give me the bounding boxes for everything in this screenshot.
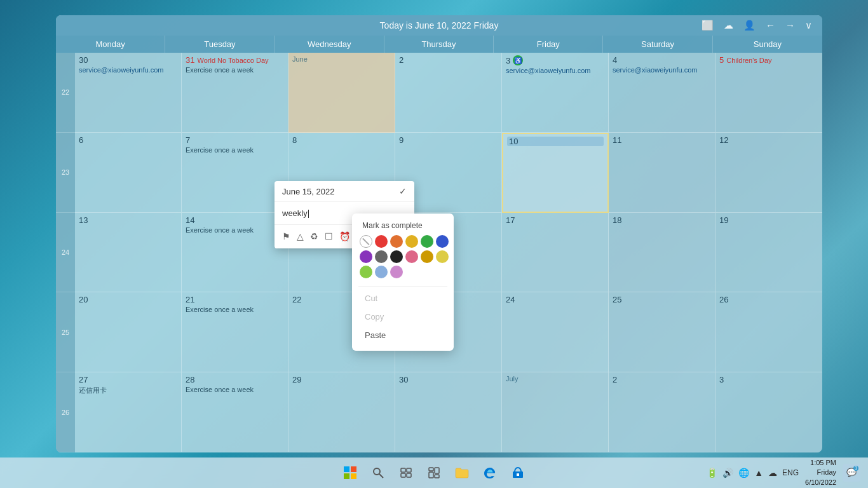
search-button[interactable]	[365, 460, 391, 485]
cell-june18[interactable]: 18	[609, 213, 715, 293]
cell-june5[interactable]: 5 Children's Day	[715, 53, 822, 133]
cell-july2[interactable]: 2	[609, 372, 715, 452]
ctx-paste[interactable]: Paste	[358, 326, 447, 344]
day-friday: Friday	[494, 36, 603, 53]
date-june1: June	[292, 55, 391, 63]
svg-rect-6	[401, 468, 405, 472]
color-light-yellow[interactable]	[436, 250, 449, 263]
svg-rect-1	[351, 466, 356, 472]
svg-rect-15	[517, 473, 519, 476]
date-june24: 24	[506, 295, 604, 304]
triangle-icon[interactable]: △	[297, 231, 304, 241]
volume-icon[interactable]: 🔊	[722, 468, 733, 478]
edge-button[interactable]	[477, 460, 503, 485]
forward-icon[interactable]: →	[785, 20, 795, 31]
cell-july1[interactable]: July	[502, 372, 609, 452]
date-june21: 21	[186, 295, 284, 304]
cell-june3[interactable]: 3 ♿ service@xiaoweiyunfu.com	[502, 53, 609, 133]
date-june14: 14	[186, 215, 284, 225]
taskview-button[interactable]	[393, 460, 419, 485]
checkbox-icon[interactable]: ☐	[325, 231, 333, 241]
color-light-blue[interactable]	[375, 266, 388, 278]
cell-june12[interactable]: 12	[715, 133, 822, 213]
cell-june30[interactable]: 30	[395, 372, 502, 452]
lang-label[interactable]: ENG	[782, 468, 799, 477]
svg-rect-8	[401, 473, 405, 477]
color-green[interactable]	[421, 235, 433, 248]
date-june4: 4	[613, 55, 711, 65]
flag-icon[interactable]: ⚑	[282, 231, 290, 241]
cell-may30[interactable]: 30 service@xiaoweiyunfu.com	[75, 53, 182, 133]
color-pink[interactable]	[405, 250, 418, 263]
day-saturday: Saturday	[603, 36, 712, 53]
cell-june27[interactable]: 27 还信用卡	[75, 372, 182, 452]
color-black[interactable]	[390, 250, 403, 263]
cell-june21[interactable]: 21 Exercise once a week	[182, 292, 288, 372]
date-june9: 9	[399, 135, 498, 145]
popup-confirm-icon[interactable]: ✓	[399, 186, 407, 196]
cell-june2[interactable]: 2	[395, 53, 502, 133]
svg-rect-0	[344, 466, 349, 472]
color-none[interactable]	[360, 235, 372, 248]
back-icon[interactable]: ←	[766, 20, 775, 31]
cell-june19[interactable]: 19	[715, 213, 822, 293]
color-purple[interactable]	[360, 250, 372, 263]
svg-rect-9	[407, 473, 411, 477]
ctx-cut: Cut	[358, 289, 447, 308]
cell-june28[interactable]: 28 Exercise once a week	[182, 372, 288, 452]
date-june30: 30	[399, 375, 498, 384]
color-red[interactable]	[375, 235, 388, 248]
days-header: Monday Tuesday Wednesday Thursday Friday…	[56, 36, 822, 53]
popup-date: June 15, 2022	[282, 187, 334, 196]
person-icon[interactable]: 👤	[743, 20, 756, 31]
date-may30: 30	[79, 55, 177, 65]
store-button[interactable]	[505, 460, 531, 485]
cell-june4[interactable]: 4 service@xiaoweiyunfu.com	[609, 53, 715, 133]
cell-june24[interactable]: 24	[502, 292, 609, 372]
event-exercise-june14: Exercise once a week	[186, 226, 284, 234]
color-yellow[interactable]	[405, 235, 418, 248]
date-june18: 18	[613, 215, 711, 225]
color-orange[interactable]	[390, 235, 403, 248]
cell-june17[interactable]: 17	[502, 213, 609, 293]
chevron-down-icon[interactable]: ∨	[805, 20, 812, 31]
color-light-purple[interactable]	[390, 266, 403, 278]
event-exercise-june7: Exercise once a week	[186, 146, 284, 154]
color-gray[interactable]	[375, 250, 388, 263]
cell-june14[interactable]: 14 Exercise once a week	[182, 213, 288, 293]
cell-june20[interactable]: 20	[75, 292, 182, 372]
widgets-button[interactable]	[421, 460, 447, 485]
day-thursday: Thursday	[384, 36, 494, 53]
notification-button[interactable]: 💬 3	[843, 464, 860, 482]
clock-day: Friday	[805, 468, 836, 477]
color-blue[interactable]	[436, 235, 449, 248]
cell-june13[interactable]: 13	[75, 213, 182, 293]
cell-july3[interactable]: 3	[715, 372, 822, 452]
cloud-icon[interactable]: ☁	[724, 20, 733, 31]
cell-june1[interactable]: June	[288, 53, 395, 133]
cell-may31[interactable]: 31 World No Tobacco Day Exercise once a …	[182, 53, 288, 133]
popup-header: June 15, 2022 ✓	[275, 181, 414, 202]
cell-june26[interactable]: 26	[715, 292, 822, 372]
start-button[interactable]	[337, 460, 363, 485]
color-light-green[interactable]	[360, 266, 372, 278]
cell-june29[interactable]: 29	[288, 372, 395, 452]
time-display[interactable]: 1:05 PM Friday 6/10/2022	[805, 458, 836, 487]
taskbar-right: 🔋 🔊 🌐 ▲ ☁ ENG 1:05 PM Friday 6/10/2022 💬…	[707, 458, 860, 487]
week-26: 26	[56, 372, 75, 452]
cell-june6[interactable]: 6	[75, 133, 182, 213]
cell-june7[interactable]: 7 Exercise once a week	[182, 133, 288, 213]
svg-rect-12	[429, 472, 433, 478]
color-grid	[358, 235, 447, 283]
explorer-button[interactable]	[449, 460, 475, 485]
cell-june11[interactable]: 11	[609, 133, 715, 213]
color-gold[interactable]	[421, 250, 433, 263]
cell-june10[interactable]: 10	[502, 133, 609, 213]
cell-june25[interactable]: 25	[609, 292, 715, 372]
clock-icon[interactable]: ⏰	[339, 231, 350, 241]
network-icon[interactable]: 🌐	[738, 468, 749, 478]
text-cursor	[308, 210, 309, 218]
date-june17: 17	[506, 215, 604, 225]
monitor-icon[interactable]: ⬜	[702, 20, 714, 31]
recycle-icon[interactable]: ♻	[310, 231, 318, 241]
